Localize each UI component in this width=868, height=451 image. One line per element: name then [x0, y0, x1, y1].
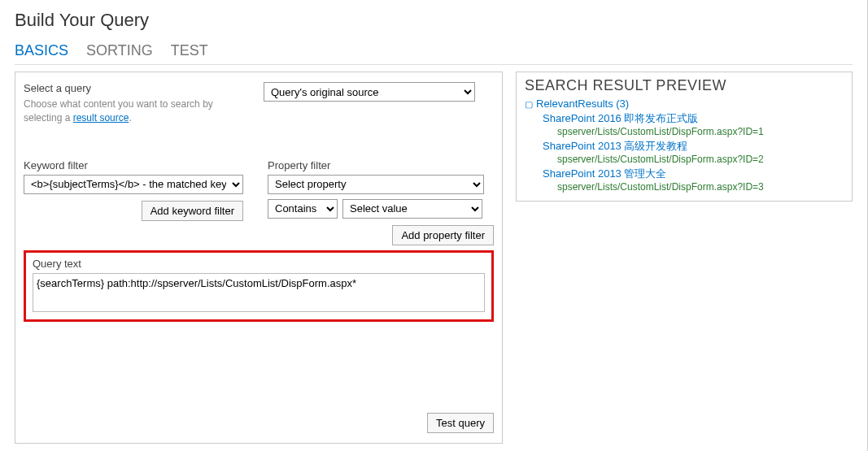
keyword-filter-select[interactable]: <b>{subjectTerms}</b> - the matched keyw — [24, 175, 243, 194]
relevant-results-node[interactable]: RelevantResults (3) — [536, 98, 629, 110]
add-keyword-filter-button[interactable]: Add keyword filter — [142, 201, 243, 221]
test-query-button[interactable]: Test query — [427, 413, 494, 433]
list-item: SharePoint 2013 高级开发教程 spserver/Lists/Cu… — [543, 139, 844, 165]
add-property-filter-button[interactable]: Add property filter — [392, 225, 494, 245]
property-filter-operator-select[interactable]: Contains — [268, 199, 338, 219]
result-source-link[interactable]: result source — [73, 112, 129, 124]
search-result-preview-panel: SEARCH RESULT PREVIEW ▢RelevantResults (… — [516, 72, 853, 202]
result-url: spserver/Lists/CustomList/DispForm.aspx?… — [557, 154, 844, 165]
query-text-highlight: Query text — [24, 250, 494, 322]
list-item: SharePoint 2013 管理大全 spserver/Lists/Cust… — [543, 167, 844, 193]
tab-basics[interactable]: BASICS — [15, 42, 68, 59]
result-url: spserver/Lists/CustomList/DispForm.aspx?… — [557, 126, 844, 137]
page-title: Build Your Query — [15, 10, 853, 31]
query-text-input[interactable] — [33, 273, 485, 312]
query-source-select[interactable]: Query's original source — [264, 82, 475, 102]
preview-title: SEARCH RESULT PREVIEW — [525, 77, 844, 94]
query-builder-panel: Select a query Choose what content you w… — [15, 72, 503, 444]
tab-test[interactable]: TEST — [171, 42, 208, 59]
tab-sorting[interactable]: SORTING — [86, 42, 153, 59]
query-text-label: Query text — [33, 258, 485, 270]
result-title[interactable]: SharePoint 2013 高级开发教程 — [543, 139, 844, 154]
collapse-icon[interactable]: ▢ — [525, 99, 533, 110]
result-url: spserver/Lists/CustomList/DispForm.aspx?… — [557, 181, 844, 193]
tabs: BASICS SORTING TEST — [15, 42, 853, 59]
property-filter-property-select[interactable]: Select property — [268, 175, 484, 194]
list-item: SharePoint 2016 即将发布正式版 spserver/Lists/C… — [543, 111, 844, 137]
select-query-label: Select a query — [24, 82, 239, 94]
result-title[interactable]: SharePoint 2013 管理大全 — [543, 167, 844, 181]
result-title[interactable]: SharePoint 2016 即将发布正式版 — [543, 111, 844, 126]
keyword-filter-label: Keyword filter — [24, 159, 243, 171]
property-filter-label: Property filter — [268, 159, 494, 171]
property-filter-value-select[interactable]: Select value — [342, 199, 482, 219]
select-query-desc: Choose what content you want to search b… — [24, 98, 239, 125]
